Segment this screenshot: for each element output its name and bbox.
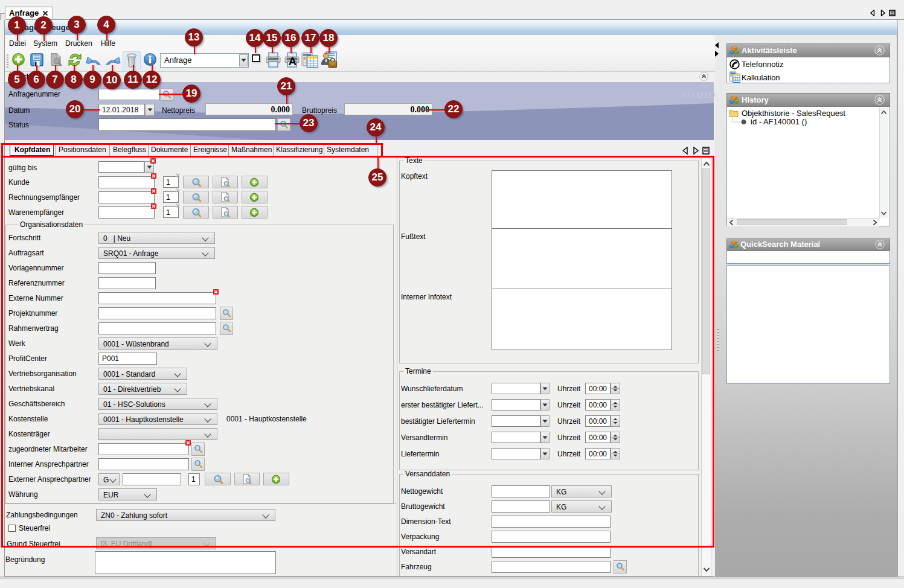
svg-text:A: A bbox=[289, 55, 297, 68]
